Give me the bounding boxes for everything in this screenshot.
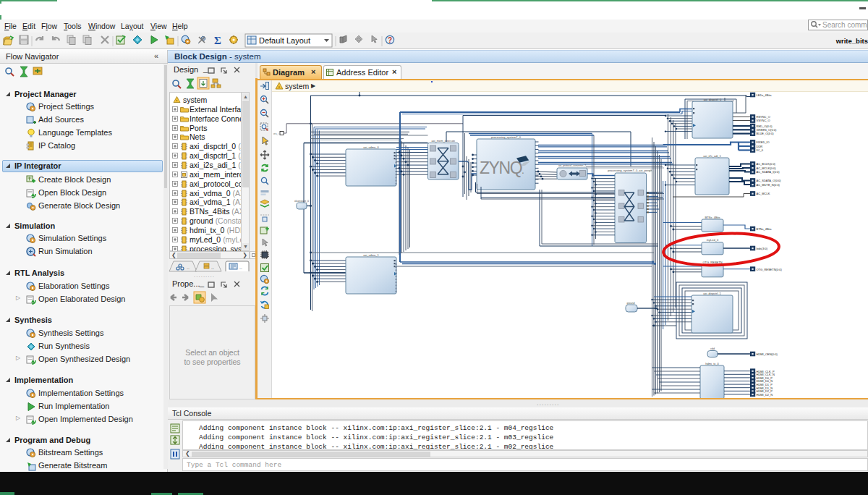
svg-text:?: ? [388,36,392,44]
svg-text:axi_dispctrl_0: axi_dispctrl_0 [704,98,722,101]
svg-text:vru_i: vru_i [273,132,278,135]
svg-text:axi_i2s_adi_1: axi_i2s_adi_1 [703,154,721,158]
svg-text:..: .. [211,265,214,270]
svg-text:vdd: vdd [710,347,715,350]
svg-text:FIXED_IO: FIXED_IO [757,140,770,144]
svg-text:processing_system7_0_axi_perip: processing_system7_0_axi_periph [608,169,652,172]
svg-text:GREEN_O(5:0): GREEN_O(5:0) [757,128,777,132]
svg-text:AC_BCLK(0:0): AC_BCLK(0:0) [757,162,776,166]
svg-text:axi_vdma_1: axi_vdma_1 [363,253,379,257]
svg-text:RED_O(4:0): RED_O(4:0) [757,124,773,128]
svg-text:xlconstant_0: xlconstant_0 [294,200,309,203]
svg-text:OTG_RESETN(0:0): OTG_RESETN(0:0) [757,268,783,271]
svg-text:VSYNC_O: VSYNC_O [757,119,770,122]
svg-text:axi_vdma_0: axi_vdma_0 [363,145,379,149]
svg-text:ZYNQ.: ZYNQ. [480,158,524,177]
svg-text:AC_MCLK: AC_MCLK [757,192,770,195]
svg-text:AC_SDATA_I(0:0): AC_SDATA_I(0:0) [757,170,780,174]
svg-text:HDMI_OEN(0:0): HDMI_OEN(0:0) [757,352,778,356]
svg-text:..: .. [187,265,190,270]
svg-text:BLUE_O(4:0): BLUE_O(4:0) [757,132,775,135]
svg-text:ground: ground [626,302,634,305]
svg-text:hdmi_tx_0: hdmi_tx_0 [705,362,719,365]
svg-text:processing_system7_0: processing_system7_0 [491,135,522,139]
svg-text:AC_SDATA_O(0:0): AC_SDATA_O(0:0) [757,179,782,182]
svg-text:leds(3:0): leds(3:0) [757,247,768,250]
svg-text:IIC_0: IIC_0 [757,148,764,152]
svg-text:BTNs_4Bits: BTNs_4Bits [705,216,720,219]
svg-text:axi_dispctrl_1: axi_dispctrl_1 [703,292,721,295]
svg-text:BTNs_4Bits: BTNs_4Bits [757,227,772,231]
svg-text:LEDs_4Bits: LEDs_4Bits [757,93,772,97]
svg-text:..: .. [239,265,242,270]
svg-text:Σ: Σ [214,35,221,46]
svg-text:AC_MUTE_N(0:0): AC_MUTE_N(0:0) [757,183,780,187]
svg-text:Default Layout: Default Layout [259,36,310,45]
svg-text:HDMI_D2_N: HDMI_D2_N [757,393,773,397]
svg-text:axi_mem_intercon: axi_mem_intercon [431,139,455,143]
svg-text:axi_protocol_converter_2: axi_protocol_converter_2 [558,164,586,167]
svg-text:myLed_0: myLed_0 [707,238,719,242]
svg-text:AC_MCLK(0:0): AC_MCLK(0:0) [757,166,777,170]
svg-text:DDR: DDR [757,145,763,148]
